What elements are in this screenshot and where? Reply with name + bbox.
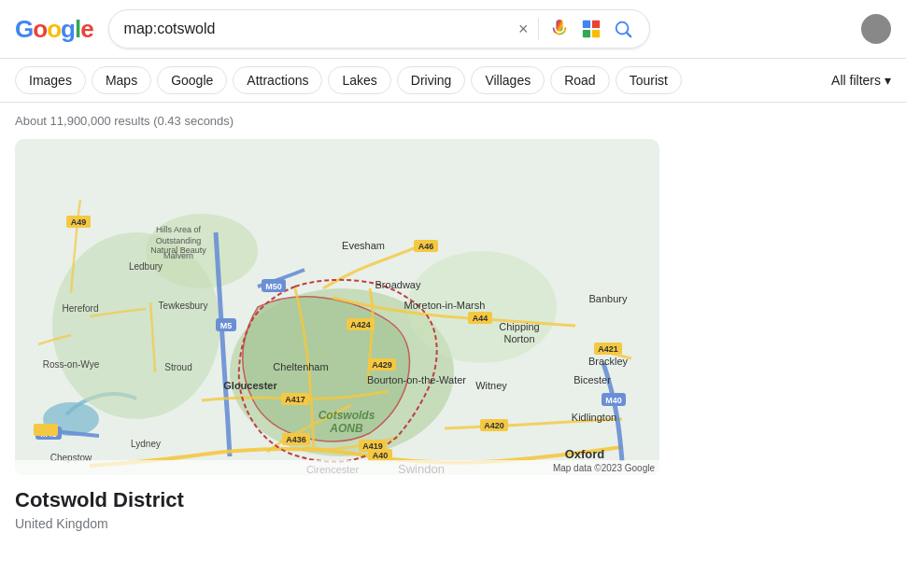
svg-text:M40: M40 xyxy=(605,396,622,405)
svg-text:Stroud: Stroud xyxy=(164,362,191,372)
svg-text:Evesham: Evesham xyxy=(342,240,385,251)
place-title: Cotswold District xyxy=(15,488,891,512)
tab-villages[interactable]: Villages xyxy=(471,66,545,94)
search-input[interactable] xyxy=(124,21,509,37)
svg-rect-3 xyxy=(592,21,600,28)
tab-driving[interactable]: Driving xyxy=(397,66,466,94)
svg-text:A429: A429 xyxy=(372,360,392,370)
tab-lakes[interactable]: Lakes xyxy=(328,66,390,94)
svg-text:Map data ©2023 Google: Map data ©2023 Google xyxy=(553,463,656,473)
results-count: About 11,900,000 results (0.43 seconds) xyxy=(15,114,891,128)
svg-rect-2 xyxy=(582,21,589,28)
all-filters-button[interactable]: All filters ▾ xyxy=(831,73,891,88)
svg-text:Ledbury: Ledbury xyxy=(129,261,163,272)
svg-text:Brackley: Brackley xyxy=(588,356,629,367)
svg-text:Outstanding: Outstanding xyxy=(156,236,202,245)
svg-text:Natural Beauty: Natural Beauty xyxy=(150,245,206,255)
svg-text:Gloucester: Gloucester xyxy=(223,380,277,391)
svg-text:Bicester: Bicester xyxy=(573,374,611,385)
svg-text:Hills Area of: Hills Area of xyxy=(156,225,202,234)
header: Google × xyxy=(0,0,906,59)
tab-attractions[interactable]: Attractions xyxy=(233,66,322,94)
filter-tabs: Images Maps Google Attractions Lakes Dri… xyxy=(0,59,906,103)
svg-text:Lydney: Lydney xyxy=(131,439,161,449)
svg-text:A419: A419 xyxy=(362,441,383,451)
place-subtitle: United Kingdom xyxy=(15,516,891,531)
svg-text:Cotswolds: Cotswolds xyxy=(319,409,375,422)
profile-avatar[interactable] xyxy=(861,14,891,44)
map-image[interactable]: M5 A40 A46 A429 A424 A44 M50 A436 xyxy=(15,139,659,475)
svg-text:Oxford: Oxford xyxy=(565,447,605,461)
svg-text:A436: A436 xyxy=(286,435,306,444)
svg-text:A44: A44 xyxy=(473,314,488,323)
results-area: About 11,900,000 results (0.43 seconds) xyxy=(0,103,906,542)
svg-text:Banbury: Banbury xyxy=(589,293,628,304)
svg-text:Norton: Norton xyxy=(503,333,534,344)
svg-text:AONB: AONB xyxy=(329,422,363,435)
clear-icon[interactable]: × xyxy=(518,20,529,39)
svg-rect-4 xyxy=(582,30,589,37)
svg-rect-5 xyxy=(592,30,600,37)
svg-text:M50: M50 xyxy=(265,282,282,291)
tab-tourist[interactable]: Tourist xyxy=(616,66,682,94)
search-divider xyxy=(538,18,539,40)
svg-line-7 xyxy=(627,33,630,36)
svg-text:Kidlington: Kidlington xyxy=(572,412,616,423)
google-logo: Google xyxy=(15,15,93,44)
tab-images[interactable]: Images xyxy=(15,66,86,94)
svg-text:A424: A424 xyxy=(350,320,371,329)
svg-text:Witney: Witney xyxy=(475,380,507,391)
svg-text:M5: M5 xyxy=(220,321,233,330)
svg-text:Tewkesbury: Tewkesbury xyxy=(159,301,208,311)
svg-text:Hereford: Hereford xyxy=(63,303,99,314)
svg-text:A49: A49 xyxy=(71,217,87,227)
lens-icon[interactable] xyxy=(580,18,602,40)
svg-text:Bourton-on-the-Water: Bourton-on-the-Water xyxy=(367,374,466,385)
svg-text:Broadway: Broadway xyxy=(375,279,421,290)
search-bar: × xyxy=(108,9,650,49)
svg-text:A421: A421 xyxy=(598,344,618,354)
svg-rect-45 xyxy=(34,424,58,436)
mic-icon[interactable] xyxy=(548,18,571,40)
svg-text:Chipping: Chipping xyxy=(499,321,539,332)
svg-text:Moreton-in-Marsh: Moreton-in-Marsh xyxy=(404,300,486,311)
svg-text:A420: A420 xyxy=(484,421,504,430)
tab-road[interactable]: Road xyxy=(550,66,609,94)
tab-google[interactable]: Google xyxy=(157,66,227,94)
svg-text:Ross-on-Wye: Ross-on-Wye xyxy=(43,359,100,370)
svg-text:A40: A40 xyxy=(373,451,389,460)
svg-text:A417: A417 xyxy=(285,395,305,404)
chevron-down-icon: ▾ xyxy=(885,73,891,88)
svg-text:Cheltenham: Cheltenham xyxy=(273,361,328,372)
svg-text:A46: A46 xyxy=(418,242,434,251)
search-icons xyxy=(548,18,634,40)
search-icon[interactable] xyxy=(612,18,634,40)
tab-maps[interactable]: Maps xyxy=(92,66,151,94)
